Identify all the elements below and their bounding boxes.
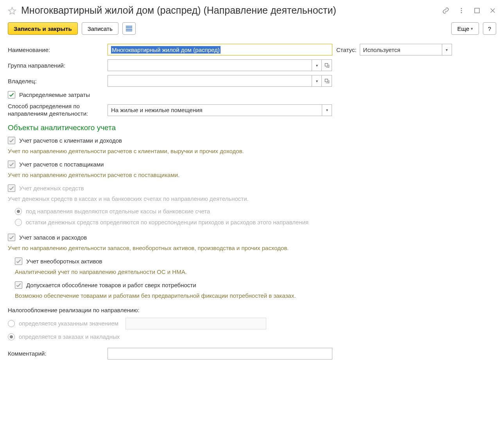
status-label: Статус: [336, 47, 357, 53]
over-demand-label: Допускается обособление товаров и работ … [26, 282, 196, 288]
cash-label: Учет денежных средств [19, 185, 84, 191]
group-label: Группа направлений: [8, 62, 108, 69]
cash-opt1-radio [15, 208, 22, 215]
tax-opt-value-label: определяется указанным значением [19, 320, 118, 327]
chevron-down-icon[interactable]: ▾ [442, 44, 452, 55]
svg-rect-7 [325, 63, 328, 66]
list-button[interactable] [122, 22, 136, 35]
dist-method-label: Способ распределения по направлениям дея… [8, 103, 108, 118]
suppliers-checkbox [8, 161, 15, 168]
dist-method-combo[interactable]: На жилые и нежилые помещения ▾ [108, 104, 332, 116]
fixed-assets-label: Учет внеоборотных активов [26, 258, 102, 265]
stock-label: Учет запасов и расходов [19, 234, 87, 241]
list-icon [126, 25, 132, 32]
stock-desc: Учет по направлению деятельности запасов… [8, 243, 496, 255]
link-icon[interactable] [442, 7, 449, 15]
save-button[interactable]: Записать [82, 22, 118, 35]
dist-costs-checkbox[interactable] [8, 91, 15, 98]
dist-method-value: На жилые и нежилые помещения [108, 104, 322, 116]
svg-rect-4 [475, 8, 479, 13]
close-icon[interactable] [489, 7, 496, 15]
save-and-close-button[interactable]: Записать и закрыть [8, 22, 78, 35]
suppliers-desc: Учет по направлению деятельности расчето… [8, 170, 496, 182]
maximize-icon[interactable] [474, 7, 481, 15]
svg-point-1 [461, 8, 462, 9]
clients-label: Учет расчетов с клиентами и доходов [19, 137, 122, 144]
stock-checkbox [8, 234, 15, 241]
tax-value-input [126, 318, 266, 329]
tax-opt-value-radio [8, 320, 15, 327]
cash-checkbox [8, 184, 15, 192]
chevron-down-icon[interactable]: ▾ [312, 59, 322, 71]
cash-opt2-label: остатки денежных средств определяются по… [26, 219, 308, 225]
window-title: Многоквартирный жилой дом (распред) (Нап… [21, 4, 442, 16]
star-icon[interactable] [8, 7, 16, 15]
tax-opt-orders-label: определяется в заказах и накладных [19, 333, 120, 340]
svg-point-2 [461, 10, 462, 11]
chevron-down-icon[interactable]: ▾ [322, 104, 332, 116]
over-demand-checkbox [15, 281, 22, 289]
clients-desc: Учет по направлению деятельности расчето… [8, 147, 496, 158]
open-icon[interactable] [322, 75, 332, 87]
group-value [108, 59, 312, 71]
owner-combo[interactable]: ▾ [108, 75, 332, 87]
svg-point-3 [461, 12, 462, 13]
name-label: Наименование: [8, 47, 108, 53]
suppliers-label: Учет расчетов с поставщиками [19, 161, 104, 168]
status-value: Используется [360, 44, 442, 55]
help-button[interactable]: ? [483, 22, 496, 35]
section-heading: Объекты аналитического учета [8, 120, 496, 134]
owner-value [108, 75, 312, 87]
status-combo[interactable]: Используется ▾ [360, 44, 452, 55]
clients-checkbox [8, 137, 15, 144]
cash-opt2-radio [15, 219, 22, 226]
open-icon[interactable] [322, 59, 332, 71]
tax-heading: Налогообложение реализации по направлени… [8, 303, 496, 316]
owner-label: Владелец: [8, 78, 108, 84]
fixed-assets-desc: Аналитический учет по направлению деятел… [15, 267, 496, 279]
group-combo[interactable]: ▾ [108, 59, 332, 71]
name-input[interactable]: Многоквартирный жилой дом (распред) [108, 44, 332, 55]
cash-desc: Учет денежных средств в кассах и на банк… [8, 194, 496, 206]
dist-costs-label: Распределяемые затраты [19, 91, 90, 98]
tax-opt-orders-radio [8, 333, 15, 340]
comment-label: Комментарий: [8, 350, 108, 357]
over-demand-desc: Возможно обеспечение товарами и работами… [15, 291, 496, 303]
chevron-down-icon[interactable]: ▾ [312, 75, 322, 87]
svg-marker-0 [9, 7, 16, 14]
cash-opt1-label: под направления выделяются отдельные кас… [26, 208, 210, 215]
fixed-assets-checkbox [15, 258, 22, 265]
kebab-menu-icon[interactable] [458, 7, 465, 15]
svg-rect-8 [325, 79, 328, 82]
more-button[interactable]: Еще [451, 22, 479, 35]
comment-input[interactable] [108, 348, 332, 360]
